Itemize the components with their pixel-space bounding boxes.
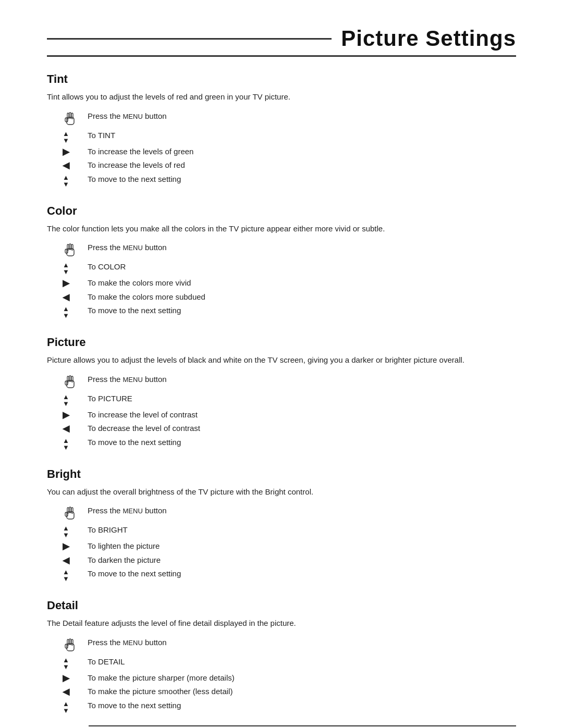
updown-icon: ▲▼ — [63, 130, 88, 144]
hand-icon — [63, 505, 88, 522]
list-item: ▲▼To COLOR — [63, 261, 516, 275]
instruction-text: Press the MENU button — [88, 110, 516, 122]
instruction-text: To make the colors more vivid — [88, 277, 516, 289]
section-title-detail: Detail — [47, 599, 516, 612]
instruction-text: Press the MENU button — [88, 242, 516, 254]
list-item: ▶To lighten the picture — [63, 540, 516, 552]
title-line — [47, 38, 332, 40]
right-arrow-icon: ▶ — [63, 540, 88, 552]
list-item: ▲▼To move to the next setting — [63, 174, 516, 188]
svg-rect-13 — [71, 376, 73, 382]
instruction-text: Press the MENU button — [88, 505, 516, 517]
instruction-text: To increase the level of contrast — [88, 409, 516, 421]
section-title-tint: Tint — [47, 72, 516, 86]
updown-icon: ▲▼ — [63, 393, 88, 407]
instruction-text: To increase the levels of green — [88, 146, 516, 158]
title-bar: Picture Settings — [47, 26, 516, 57]
instruction-text: To move to the next setting — [88, 700, 516, 712]
right-arrow-icon: ▶ — [63, 146, 88, 157]
left-arrow-icon: ◀ — [63, 291, 88, 303]
updown-icon: ▲▼ — [63, 568, 88, 582]
menu-keyword: MENU — [123, 113, 143, 120]
list-item: ◀To decrease the level of contrast — [63, 423, 516, 435]
instruction-list-picture: Press the MENU button▲▼To PICTURE▶To inc… — [63, 374, 516, 451]
instruction-list-tint: Press the MENU button▲▼To TINT▶To increa… — [63, 110, 516, 188]
page-number-line — [89, 725, 516, 726]
list-item: ▲▼To move to the next setting — [63, 305, 516, 319]
menu-keyword: MENU — [123, 639, 143, 647]
left-arrow-icon: ◀ — [63, 686, 88, 697]
list-item: Press the MENU button — [63, 110, 516, 128]
list-item: ▲▼To BRIGHT — [63, 524, 516, 538]
page: Picture Settings TintTint allows you to … — [0, 0, 563, 728]
instruction-text: To COLOR — [88, 261, 516, 273]
updown-icon: ▲▼ — [63, 261, 88, 275]
section-desc-detail: The Detail feature adjusts the level of … — [47, 618, 516, 630]
left-arrow-icon: ◀ — [63, 423, 88, 434]
instruction-text: To TINT — [88, 130, 516, 142]
instruction-text: To decrease the level of contrast — [88, 423, 516, 435]
list-item: ◀To darken the picture — [63, 554, 516, 566]
instruction-list-detail: Press the MENU button▲▼To DETAIL▶To make… — [63, 637, 516, 714]
menu-keyword: MENU — [123, 244, 143, 252]
list-item: Press the MENU button — [63, 505, 516, 522]
section-detail: DetailThe Detail feature adjusts the lev… — [47, 599, 516, 714]
instruction-text: Press the MENU button — [88, 374, 516, 386]
list-item: ▲▼To move to the next setting — [63, 437, 516, 451]
menu-keyword: MENU — [123, 507, 143, 515]
page-number-bar: 37 — [89, 725, 516, 729]
list-item: ◀To make the picture smoother (less deta… — [63, 686, 516, 698]
section-desc-bright: You can adjust the overall brightness of… — [47, 486, 516, 498]
instruction-text: To make the colors more subdued — [88, 291, 516, 303]
hand-icon — [63, 637, 88, 654]
instruction-text: To make the picture sharper (more detail… — [88, 672, 516, 684]
section-tint: TintTint allows you to adjust the levels… — [47, 72, 516, 188]
list-item: ▶To make the colors more vivid — [63, 277, 516, 289]
menu-keyword: MENU — [123, 376, 143, 384]
section-title-picture: Picture — [47, 336, 516, 349]
instruction-text: To DETAIL — [88, 656, 516, 668]
instruction-list-color: Press the MENU button▲▼To COLOR▶To make … — [63, 242, 516, 319]
list-item: Press the MENU button — [63, 637, 516, 654]
svg-rect-8 — [71, 244, 73, 250]
list-item: ◀To increase the levels of red — [63, 159, 516, 171]
list-item: ▶To make the picture sharper (more detai… — [63, 672, 516, 684]
updown-icon: ▲▼ — [63, 305, 88, 319]
hand-icon — [63, 242, 88, 259]
hand-icon — [63, 110, 88, 128]
section-picture: PicturePicture allows you to adjust the … — [47, 336, 516, 451]
updown-icon: ▲▼ — [63, 174, 88, 188]
instruction-text: To PICTURE — [88, 393, 516, 405]
section-color: ColorThe color function lets you make al… — [47, 204, 516, 319]
right-arrow-icon: ▶ — [63, 672, 88, 684]
svg-rect-23 — [71, 639, 73, 645]
list-item: ▲▼To DETAIL — [63, 656, 516, 670]
list-item: ▲▼To move to the next setting — [63, 568, 516, 582]
list-item: ▶To increase the levels of green — [63, 146, 516, 158]
instruction-text: To darken the picture — [88, 554, 516, 566]
instruction-text: To move to the next setting — [88, 568, 516, 580]
instruction-text: To make the picture smoother (less detai… — [88, 686, 516, 698]
section-desc-tint: Tint allows you to adjust the levels of … — [47, 91, 516, 103]
section-title-bright: Bright — [47, 467, 516, 481]
list-item: ▲▼To TINT — [63, 130, 516, 144]
list-item: Press the MENU button — [63, 374, 516, 391]
list-item: ▲▼To PICTURE — [63, 393, 516, 407]
sections-container: TintTint allows you to adjust the levels… — [47, 72, 516, 714]
list-item: ◀To make the colors more subdued — [63, 291, 516, 303]
svg-rect-3 — [71, 113, 73, 119]
section-desc-picture: Picture allows you to adjust the levels … — [47, 354, 516, 366]
updown-icon: ▲▼ — [63, 700, 88, 714]
updown-icon: ▲▼ — [63, 437, 88, 451]
instruction-list-bright: Press the MENU button▲▼To BRIGHT▶To ligh… — [63, 505, 516, 582]
hand-icon — [63, 374, 88, 391]
section-title-color: Color — [47, 204, 516, 218]
right-arrow-icon: ▶ — [63, 409, 88, 421]
instruction-text: To lighten the picture — [88, 540, 516, 552]
list-item: ▶To increase the level of contrast — [63, 409, 516, 421]
updown-icon: ▲▼ — [63, 524, 88, 538]
instruction-text: Press the MENU button — [88, 637, 516, 649]
list-item: Press the MENU button — [63, 242, 516, 259]
instruction-text: To move to the next setting — [88, 174, 516, 186]
right-arrow-icon: ▶ — [63, 277, 88, 289]
